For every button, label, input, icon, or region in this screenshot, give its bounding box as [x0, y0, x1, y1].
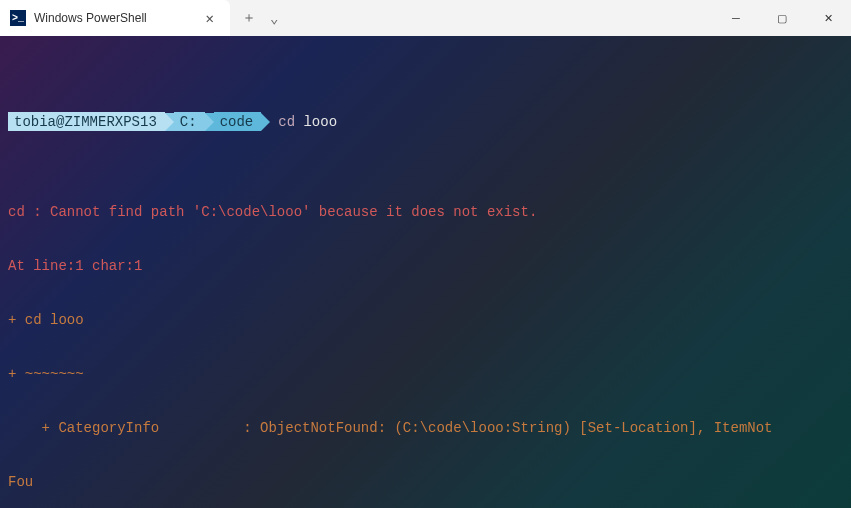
tab-title: Windows PowerShell: [34, 11, 194, 25]
window-frame: >_ Windows PowerShell ✕ ＋ ⌄ ─ ▢ ✕ tobia@…: [0, 0, 851, 508]
new-tab-button[interactable]: ＋: [242, 9, 256, 27]
tab-actions: ＋ ⌄: [230, 0, 290, 36]
error-output: cd : Cannot find path 'C:\code\looo' bec…: [8, 203, 843, 221]
prompt-user-seg: tobia@ZIMMERXPS13: [8, 112, 165, 131]
prompt-drive-seg: C:: [174, 112, 205, 131]
close-button[interactable]: ✕: [805, 0, 851, 36]
titlebar[interactable]: >_ Windows PowerShell ✕ ＋ ⌄ ─ ▢ ✕: [0, 0, 851, 36]
prompt-path-seg: code: [214, 112, 262, 131]
error-output: + ~~~~~~~: [8, 365, 843, 383]
terminal-pane[interactable]: tobia@ZIMMERXPS13 C: code cd looo cd : C…: [0, 36, 851, 508]
error-output: + cd looo: [8, 311, 843, 329]
maximize-button[interactable]: ▢: [759, 0, 805, 36]
chevron-icon: [261, 113, 270, 131]
tab-dropdown-button[interactable]: ⌄: [270, 10, 278, 27]
chevron-icon: [205, 113, 214, 131]
error-output: At line:1 char:1: [8, 257, 843, 275]
prompt-line: tobia@ZIMMERXPS13 C: code cd looo: [8, 112, 843, 131]
minimize-button[interactable]: ─: [713, 0, 759, 36]
error-output: + CategoryInfo : ObjectNotFound: (C:\cod…: [8, 419, 843, 437]
window-controls: ─ ▢ ✕: [713, 0, 851, 36]
command-text: cd looo: [270, 113, 337, 131]
tab-close-button[interactable]: ✕: [202, 8, 218, 29]
tab-powershell[interactable]: >_ Windows PowerShell ✕: [0, 0, 230, 36]
chevron-icon: [165, 113, 174, 131]
powershell-icon: >_: [10, 10, 26, 26]
error-output: Fou: [8, 473, 843, 491]
